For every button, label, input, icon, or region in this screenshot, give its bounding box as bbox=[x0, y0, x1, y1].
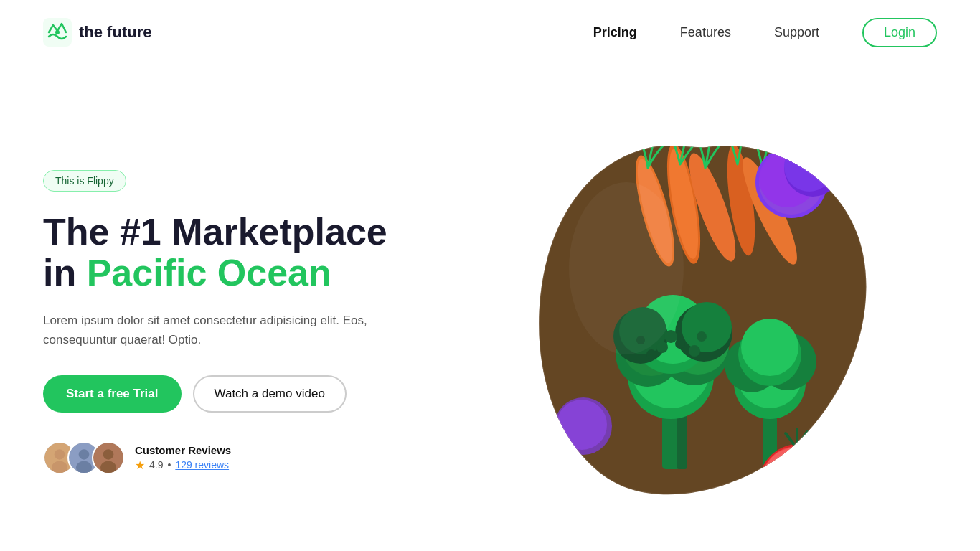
svg-point-41 bbox=[664, 330, 677, 343]
svg-point-57 bbox=[557, 400, 607, 450]
nav-links: Pricing Features Support Login bbox=[593, 18, 937, 47]
logo-text: the future bbox=[79, 23, 151, 42]
svg-point-1 bbox=[55, 30, 60, 34]
hero-blob bbox=[512, 125, 870, 512]
svg-point-38 bbox=[682, 302, 732, 352]
svg-point-40 bbox=[675, 339, 685, 349]
hero-image-area bbox=[445, 86, 937, 551]
star-icon: ★ bbox=[135, 458, 145, 472]
start-trial-button[interactable]: Start a free Trial bbox=[43, 375, 182, 413]
svg-point-6 bbox=[79, 450, 90, 461]
reviewer-avatars bbox=[43, 441, 125, 474]
hero-subtitle: Lorem ipsum dolor sit amet consectetur a… bbox=[43, 311, 373, 349]
reviews-meta: ★ 4.9 • 129 reviews bbox=[135, 458, 231, 472]
hero-badge: This is Flippy bbox=[43, 170, 126, 192]
navbar: the future Pricing Features Support Logi… bbox=[0, 0, 980, 65]
svg-point-45 bbox=[697, 331, 707, 342]
svg-point-55 bbox=[763, 448, 827, 512]
svg-point-24 bbox=[784, 141, 834, 192]
hero-title-line2-prefix: in bbox=[43, 252, 87, 293]
nav-item-features[interactable]: Features bbox=[680, 25, 731, 40]
logo[interactable]: the future bbox=[43, 18, 151, 47]
reviews-dot: • bbox=[167, 459, 171, 471]
hero-section: This is Flippy The #1 Marketplace in Pac… bbox=[0, 65, 980, 551]
login-button[interactable]: Login bbox=[862, 18, 937, 47]
hero-title-highlight: Pacific Ocean bbox=[87, 252, 331, 293]
hero-image-svg bbox=[512, 125, 870, 512]
nav-item-pricing[interactable]: Pricing bbox=[593, 25, 637, 40]
svg-point-52 bbox=[741, 319, 798, 376]
reviews-info: Customer Reviews ★ 4.9 • 129 reviews bbox=[135, 444, 231, 472]
hero-title-line1: The #1 Marketplace bbox=[43, 211, 387, 253]
avatar-3 bbox=[92, 441, 125, 474]
hero-buttons: Start a free Trial Watch a demo video bbox=[43, 375, 445, 413]
watch-demo-button[interactable]: Watch a demo video bbox=[193, 375, 347, 413]
hero-content: This is Flippy The #1 Marketplace in Pac… bbox=[43, 163, 445, 475]
nav-item-support[interactable]: Support bbox=[774, 25, 819, 40]
logo-icon bbox=[43, 18, 72, 47]
svg-point-9 bbox=[103, 450, 114, 461]
svg-point-58 bbox=[569, 182, 684, 354]
svg-point-43 bbox=[689, 345, 700, 357]
reviews-title: Customer Reviews bbox=[135, 444, 231, 456]
svg-point-39 bbox=[656, 342, 668, 353]
svg-point-42 bbox=[646, 349, 656, 359]
reviews-count-link[interactable]: 129 reviews bbox=[175, 459, 229, 471]
hero-title: The #1 Marketplace in Pacific Ocean bbox=[43, 212, 445, 293]
reviews-rating: 4.9 bbox=[149, 459, 163, 471]
reviews-area: Customer Reviews ★ 4.9 • 129 reviews bbox=[43, 441, 445, 474]
svg-point-3 bbox=[55, 450, 65, 461]
